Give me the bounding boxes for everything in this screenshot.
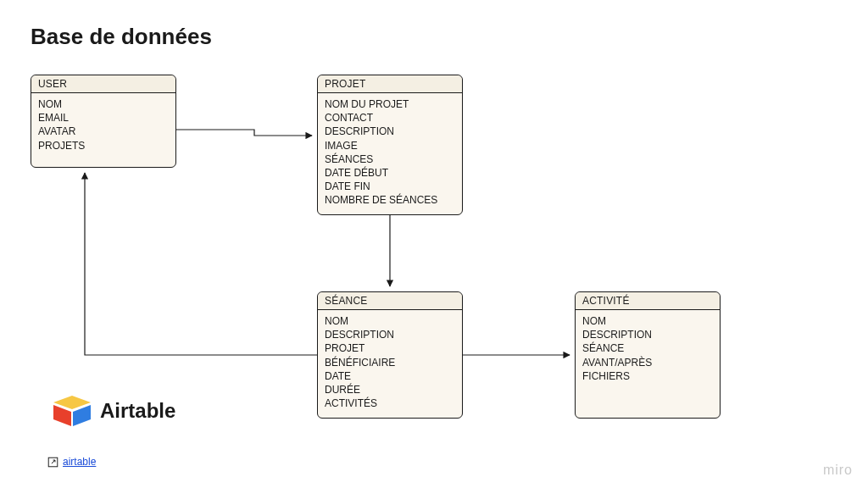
entity-projet[interactable]: PROJET NOM DU PROJET CONTACT DESCRIPTION… xyxy=(317,75,463,215)
field: NOM xyxy=(582,314,713,328)
airtable-logo-block: Airtable xyxy=(53,394,175,428)
airtable-link[interactable]: airtable xyxy=(47,456,96,468)
field: ACTIVITÉS xyxy=(325,396,455,410)
entity-seance-body: NOM DESCRIPTION PROJET BÉNÉFICIAIRE DATE… xyxy=(318,310,462,417)
field: DURÉE xyxy=(325,383,455,396)
entity-user-body: NOM EMAIL AVATAR PROJETS xyxy=(31,93,175,159)
field: DATE xyxy=(325,369,455,383)
entity-projet-title: PROJET xyxy=(318,75,462,93)
entity-activite[interactable]: ACTIVITÉ NOM DESCRIPTION SÉANCE AVANT/AP… xyxy=(575,291,721,419)
diagram-canvas[interactable]: Base de données USER NOM EMAIL AVATAR PR… xyxy=(0,0,868,488)
field: PROJET xyxy=(325,341,455,355)
external-link-icon xyxy=(47,457,58,468)
field: SÉANCE xyxy=(582,341,713,355)
field: AVANT/APRÈS xyxy=(582,356,713,369)
field: DESCRIPTION xyxy=(325,125,455,138)
entity-seance-title: SÉANCE xyxy=(318,292,462,310)
airtable-link-text: airtable xyxy=(63,456,96,468)
entity-user-title: USER xyxy=(31,75,175,93)
field: NOM xyxy=(325,314,455,328)
field: DESCRIPTION xyxy=(325,328,455,341)
entity-activite-title: ACTIVITÉ xyxy=(576,292,720,310)
field: DATE FIN xyxy=(325,180,455,193)
field: CONTACT xyxy=(325,111,455,125)
entity-projet-body: NOM DU PROJET CONTACT DESCRIPTION IMAGE … xyxy=(318,93,462,214)
field: IMAGE xyxy=(325,139,455,152)
field: BÉNÉFICIAIRE xyxy=(325,356,455,369)
field: EMAIL xyxy=(38,111,169,125)
svg-marker-1 xyxy=(53,405,71,426)
field: NOM xyxy=(38,97,169,111)
entity-seance[interactable]: SÉANCE NOM DESCRIPTION PROJET BÉNÉFICIAI… xyxy=(317,291,463,419)
field: SÉANCES xyxy=(325,152,455,166)
field: FICHIERS xyxy=(582,369,713,383)
field: AVATAR xyxy=(38,125,169,138)
page-title: Base de données xyxy=(31,24,212,50)
field: DATE DÉBUT xyxy=(325,166,455,180)
field: DESCRIPTION xyxy=(582,328,713,341)
field: NOM DU PROJET xyxy=(325,97,455,111)
airtable-label: Airtable xyxy=(100,399,175,423)
entity-user[interactable]: USER NOM EMAIL AVATAR PROJETS xyxy=(31,75,176,168)
arrow-user-to-projet xyxy=(176,130,312,136)
miro-watermark: miro xyxy=(823,463,853,478)
svg-marker-2 xyxy=(73,405,91,426)
field: PROJETS xyxy=(38,139,169,152)
arrow-seance-to-user xyxy=(85,173,317,355)
entity-activite-body: NOM DESCRIPTION SÉANCE AVANT/APRÈS FICHI… xyxy=(576,310,720,390)
airtable-icon xyxy=(53,394,92,428)
field: NOMBRE DE SÉANCES xyxy=(325,193,455,207)
